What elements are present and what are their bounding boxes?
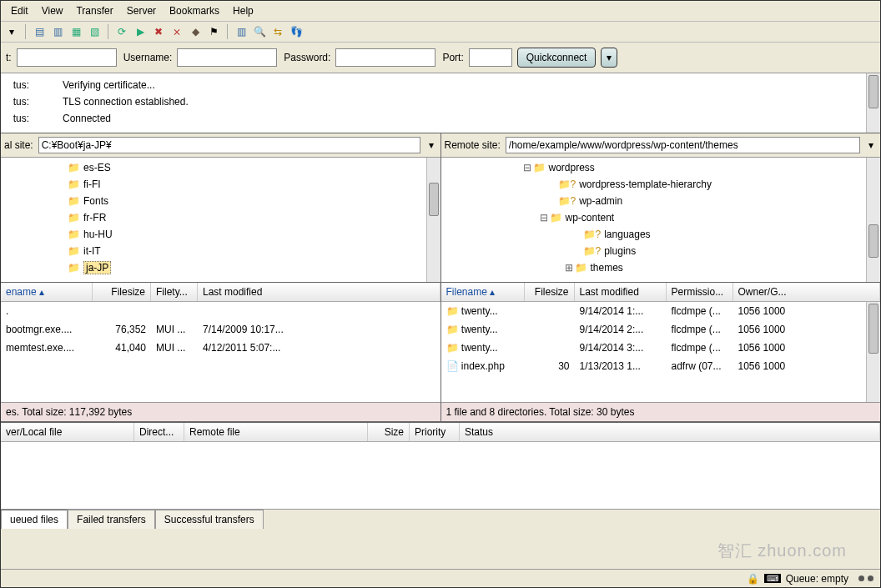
col-filename[interactable]: ename ▴ [1,283,93,301]
tree-item[interactable]: 📁fi-FI [1,176,440,193]
sitemanager-icon[interactable]: ▤ [32,24,47,39]
cancel-icon[interactable]: ✖ [151,24,166,39]
remote-file-list[interactable]: 📁 twenty...9/14/2014 1:...flcdmpe (...10… [441,302,881,402]
tree-item[interactable]: 📁?languages [441,226,881,243]
col-size[interactable]: Size [368,423,410,441]
toggle-log-icon[interactable]: ▦ [68,24,83,39]
quickconnect-button[interactable]: Quickconnect [517,48,597,68]
local-file-header[interactable]: ename ▴ Filesize Filety... Last modified [1,283,440,302]
col-filesize[interactable]: Filesize [93,283,151,301]
file-row[interactable]: . [1,302,440,320]
flag-icon[interactable]: ⚑ [206,24,221,39]
tree-item[interactable]: 📁es-ES [1,159,440,176]
queue-list[interactable] [1,442,880,509]
file-row[interactable]: 📁 twenty...9/14/2014 1:...flcdmpe (...10… [441,302,881,320]
col-lastmod[interactable]: Last modified [198,283,440,301]
file-icon: 📄 [446,360,459,372]
col-owner[interactable]: Owner/G... [733,283,881,301]
tree-item[interactable]: 📁?wordpress-template-hierarchy [441,176,881,193]
tree-item[interactable]: 📁?wp-admin [441,193,881,209]
tree-item[interactable]: ⊟📁wordpress [441,159,881,176]
file-row[interactable]: bootmgr.exe....76,352MUI ...7/14/2009 10… [1,320,440,339]
col-lastmod[interactable]: Last modified [575,283,667,301]
port-input[interactable] [469,48,512,67]
tree-item[interactable]: 📁ja-JP [1,259,440,276]
file-row[interactable]: 📁 twenty...9/14/2014 3:...flcdmpe (...10… [441,339,881,357]
folder-icon: 📁 [68,212,80,224]
menu-server[interactable]: Server [120,3,163,18]
compare-icon[interactable]: ⇆ [270,24,285,39]
local-tree-scrollbar[interactable] [426,158,440,282]
tab-successful-transfers[interactable]: Successful transfers [155,510,264,529]
expand-icon[interactable]: ⊞ [565,262,575,274]
tree-item[interactable]: 📁Fonts [1,193,440,209]
remote-tree[interactable]: ⊟📁wordpress📁?wordpress-template-hierarch… [441,158,881,283]
tree-item[interactable]: ⊞📁themes [441,259,881,276]
filter-icon[interactable]: ▥ [234,24,249,39]
toggle-queue-icon[interactable]: ▧ [87,24,102,39]
folder-icon: 📁 [68,229,80,240]
menu-help[interactable]: Help [226,3,260,18]
host-input[interactable] [17,48,117,67]
file-row[interactable]: memtest.exe....41,040MUI ...4/12/2011 5:… [1,339,440,357]
password-input[interactable] [335,48,435,67]
local-file-list[interactable]: .bootmgr.exe....76,352MUI ...7/14/2009 1… [1,302,440,402]
tab-failed-transfers[interactable]: Failed transfers [68,510,155,529]
menu-transfer[interactable]: Transfer [69,3,119,18]
tree-item[interactable]: 📁it-IT [1,243,440,259]
sync-icon[interactable]: 👣 [289,24,304,39]
col-filetype[interactable]: Filety... [151,283,198,301]
unknown-folder-icon: 📁? [558,178,576,190]
dropdown-icon[interactable]: ▾ [4,24,19,39]
log-message: Connected [63,113,111,124]
col-server-local[interactable]: ver/Local file [1,423,134,441]
remote-path-input[interactable] [506,137,860,153]
queue-status: Queue: empty [786,573,848,585]
local-tree[interactable]: 📁es-ES📁fi-FI📁Fonts📁fr-FR📁hu-HU📁it-IT📁ja-… [1,158,440,283]
col-priority[interactable]: Priority [410,423,460,441]
file-row[interactable]: 📄 index.php301/13/2013 1...adfrw (07...1… [441,357,881,375]
folder-icon: 📁 [68,245,80,257]
username-input[interactable] [177,48,277,67]
remote-file-header[interactable]: Filename ▴ Filesize Last modified Permis… [441,283,881,302]
col-remote-file[interactable]: Remote file [184,423,368,441]
col-filesize[interactable]: Filesize [525,283,575,301]
process-queue-icon[interactable]: ▶ [133,24,148,39]
tree-item[interactable]: ⊟📁wp-content [441,209,881,226]
remote-summary: 1 file and 8 directories. Total size: 30… [441,402,881,422]
col-permissions[interactable]: Permissio... [667,283,733,301]
collapse-icon[interactable]: ⊟ [523,162,533,173]
folder-icon: 📁 [68,178,80,190]
local-path-dropdown[interactable]: ▾ [425,139,437,151]
file-row[interactable]: 📁 twenty...9/14/2014 2:...flcdmpe (...10… [441,320,881,339]
queue-header[interactable]: ver/Local file Direct... Remote file Siz… [1,423,880,442]
folder-icon: 📁 [68,195,80,207]
toolbar: ▾ ▤ ▥ ▦ ▧ ⟳ ▶ ✖ ⨯ ◆ ⚑ ▥ 🔍 ⇆ 👣 [1,22,880,43]
menu-bookmarks[interactable]: Bookmarks [163,3,226,18]
menu-edit[interactable]: Edit [4,3,35,18]
reconnect-icon[interactable]: ◆ [188,24,203,39]
col-filename[interactable]: Filename ▴ [441,283,525,301]
col-status[interactable]: Status [460,423,880,441]
search-icon[interactable]: 🔍 [252,24,267,39]
col-direction[interactable]: Direct... [134,423,184,441]
local-path-input[interactable] [38,137,420,153]
quickconnect-history-button[interactable]: ▾ [601,48,617,68]
menu-view[interactable]: View [35,3,70,18]
local-site-label: al site: [4,139,33,151]
remote-tree-scrollbar[interactable] [866,158,880,282]
unknown-folder-icon: 📁? [558,195,576,207]
collapse-icon[interactable]: ⊟ [540,212,550,224]
tree-item[interactable]: 📁?plugins [441,243,881,259]
refresh-icon[interactable]: ⟳ [114,24,129,39]
folder-icon: 📁 [550,212,562,224]
toggle-tree-icon[interactable]: ▥ [50,24,65,39]
tree-item[interactable]: 📁hu-HU [1,226,440,243]
tab-queued-files[interactable]: ueued files [1,510,68,529]
remote-path-dropdown[interactable]: ▾ [865,139,877,151]
password-label: Password: [284,52,330,63]
remote-list-scrollbar[interactable] [866,302,880,402]
log-scrollbar[interactable] [866,73,880,133]
tree-item[interactable]: 📁fr-FR [1,209,440,226]
disconnect-icon[interactable]: ⨯ [169,24,184,39]
